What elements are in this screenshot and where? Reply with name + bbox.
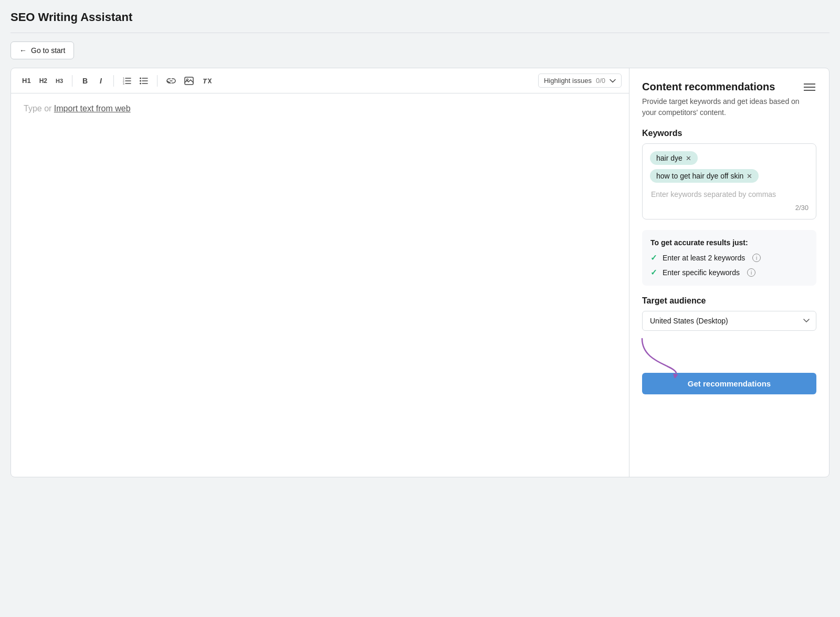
accurate-item-2: ✓ Enter specific keywords i bbox=[650, 268, 808, 277]
editor-panel: H1 H2 H3 B I 1. 2. 3. bbox=[11, 68, 629, 477]
format-group: B I bbox=[78, 75, 108, 87]
accurate-item-text-1: Enter at least 2 keywords bbox=[663, 254, 745, 262]
keyword-tags-container: hair dye ✕ how to get hair dye off skin … bbox=[650, 151, 808, 183]
image-button[interactable] bbox=[181, 75, 197, 87]
main-layout: H1 H2 H3 B I 1. 2. 3. bbox=[10, 68, 830, 477]
highlight-count: 0/0 bbox=[596, 77, 605, 85]
keyword-tag-text: how to get hair dye off skin bbox=[656, 172, 743, 180]
sidebar-menu-button[interactable] bbox=[803, 82, 816, 95]
ordered-list-button[interactable]: 1. 2. 3. bbox=[119, 75, 135, 87]
svg-text:T: T bbox=[203, 77, 207, 85]
arrow-left-icon: ← bbox=[19, 46, 27, 55]
keyword-input-placeholder[interactable]: Enter keywords separated by commas bbox=[650, 188, 808, 201]
editor-area[interactable]: Type or Import text from web bbox=[11, 93, 629, 477]
unordered-list-button[interactable] bbox=[136, 75, 152, 87]
svg-marker-20 bbox=[672, 373, 678, 378]
highlight-label: Highlight issues bbox=[544, 77, 592, 85]
keyword-tag-text: hair dye bbox=[656, 154, 682, 162]
accurate-item-text-2: Enter specific keywords bbox=[663, 268, 740, 277]
check-icon-1: ✓ bbox=[650, 253, 657, 263]
svg-text:3.: 3. bbox=[123, 82, 125, 85]
accurate-item-1: ✓ Enter at least 2 keywords i bbox=[650, 253, 808, 263]
arrow-annotation bbox=[642, 336, 816, 368]
svg-point-11 bbox=[140, 82, 141, 84]
heading-group: H1 H2 H3 bbox=[18, 75, 67, 87]
clear-format-button[interactable]: T bbox=[198, 75, 215, 87]
h3-button[interactable]: H3 bbox=[52, 76, 67, 86]
keyword-tag: how to get hair dye off skin ✕ bbox=[650, 169, 759, 183]
accurate-results-title: To get accurate results just: bbox=[650, 238, 808, 247]
go-to-start-label: Go to start bbox=[31, 46, 65, 55]
link-button[interactable] bbox=[163, 76, 180, 86]
h1-button[interactable]: H1 bbox=[18, 75, 35, 87]
divider-1 bbox=[72, 75, 72, 87]
h2-button[interactable]: H2 bbox=[36, 75, 51, 87]
accurate-results-box: To get accurate results just: ✓ Enter at… bbox=[642, 230, 816, 286]
go-to-start-button[interactable]: ← Go to start bbox=[10, 41, 74, 59]
svg-point-10 bbox=[140, 80, 141, 81]
keyword-remove-button[interactable]: ✕ bbox=[686, 155, 691, 162]
keyword-counter: 2/30 bbox=[650, 204, 808, 212]
audience-select[interactable]: United States (Desktop) United Kingdom (… bbox=[642, 311, 816, 331]
target-audience-section: Target audience United States (Desktop) … bbox=[642, 296, 816, 331]
editor-placeholder: Type or Import text from web bbox=[24, 104, 131, 113]
import-text-link[interactable]: Import text from web bbox=[54, 104, 131, 113]
list-group: 1. 2. 3. bbox=[119, 75, 152, 87]
divider-3 bbox=[157, 75, 158, 87]
check-icon-2: ✓ bbox=[650, 268, 657, 277]
insert-group: T bbox=[163, 75, 215, 87]
svg-point-9 bbox=[140, 77, 141, 79]
content-rec-header-text: Content recommendations Provide target k… bbox=[642, 81, 803, 118]
keywords-section: Keywords hair dye ✕ how to get hair dye … bbox=[642, 129, 816, 219]
divider-2 bbox=[113, 75, 114, 87]
keywords-label: Keywords bbox=[642, 129, 816, 138]
sidebar-header: Content recommendations Provide target k… bbox=[642, 81, 816, 118]
title-divider bbox=[10, 33, 830, 33]
info-icon-2[interactable]: i bbox=[747, 268, 755, 277]
toolbar: H1 H2 H3 B I 1. 2. 3. bbox=[11, 68, 629, 93]
keyword-remove-button[interactable]: ✕ bbox=[747, 173, 752, 180]
italic-button[interactable]: I bbox=[93, 75, 108, 87]
keywords-box: hair dye ✕ how to get hair dye off skin … bbox=[642, 143, 816, 219]
app-title: SEO Writing Assistant bbox=[10, 11, 830, 24]
target-audience-label: Target audience bbox=[642, 296, 816, 306]
content-rec-title: Content recommendations bbox=[642, 81, 803, 93]
info-icon-1[interactable]: i bbox=[752, 254, 761, 262]
right-sidebar: Content recommendations Provide target k… bbox=[629, 68, 829, 477]
content-rec-desc: Provide target keywords and get ideas ba… bbox=[642, 96, 803, 118]
keyword-tag: hair dye ✕ bbox=[650, 151, 698, 165]
bold-button[interactable]: B bbox=[78, 75, 92, 87]
highlight-issues-dropdown[interactable]: Highlight issues 0/0 bbox=[538, 74, 622, 88]
